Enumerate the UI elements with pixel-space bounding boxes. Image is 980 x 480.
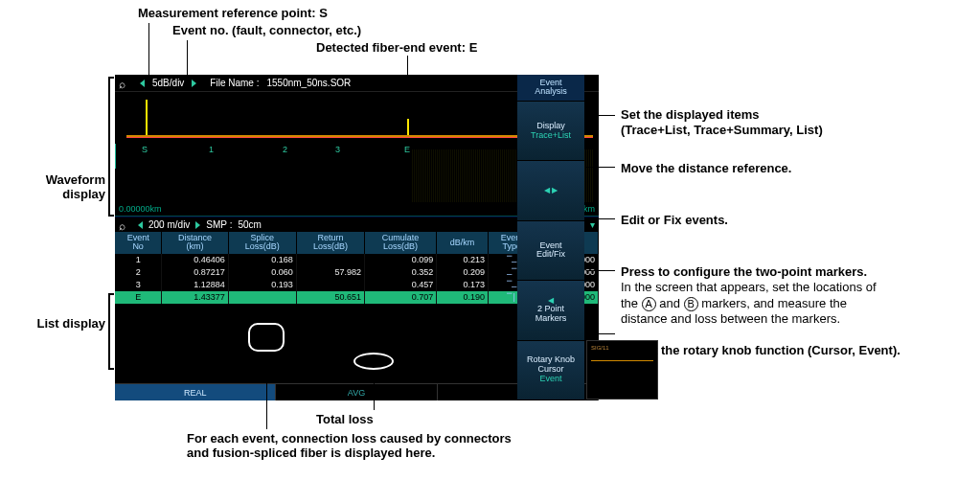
ann-2pt-3: distance and loss between the markers.: [621, 311, 877, 327]
ann-splice-col: For each event, connection loss caused b…: [187, 431, 512, 460]
tab-avg[interactable]: AVG: [276, 383, 437, 400]
ann-twopoint: Press to configure the two-point markers…: [621, 264, 877, 327]
table-cell: [296, 254, 364, 266]
bubble-total-loss: [353, 353, 394, 370]
table-cell: 1: [115, 254, 162, 266]
zoom-icon-2: [119, 219, 132, 231]
hscale-left-icon[interactable]: [138, 221, 143, 229]
softkey-display[interactable]: Display Trace+List: [517, 102, 584, 161]
mark-s: S: [142, 145, 148, 154]
th-cum: CumulateLoss(dB): [364, 232, 436, 254]
circled-a-icon: A: [642, 297, 656, 311]
table-cell: 0.457: [364, 279, 436, 291]
th-ret: ReturnLoss(dB): [296, 232, 364, 254]
table-cell: 50.651: [296, 291, 364, 304]
ann-display-1: Set the displayed items: [621, 107, 823, 123]
mark-1: 1: [209, 145, 214, 154]
filename-label: File Name :: [210, 78, 259, 88]
label-list-display: List display: [29, 316, 105, 331]
softkey-display-value: Trace+List: [531, 131, 571, 141]
table-cell: 0.352: [364, 266, 436, 279]
softkey-two-point[interactable]: ◀ 2 PointMarkers: [517, 281, 584, 340]
leader-rotary: [586, 333, 615, 334]
hscale-value: 200 m/div: [148, 219, 190, 230]
zoom-icon: [119, 78, 132, 89]
scale-right-icon[interactable]: [192, 80, 196, 87]
ann-splice-1: For each event, connection loss caused b…: [187, 431, 512, 446]
scale-left-icon[interactable]: [140, 80, 145, 87]
hscale-right-icon[interactable]: [195, 221, 200, 229]
softkey-move[interactable]: ◀ ▶: [517, 161, 584, 220]
table-cell: 0.209: [437, 266, 489, 279]
table-cell: 0.190: [437, 291, 489, 304]
table-cell: 0.099: [364, 254, 436, 266]
softkey-two-point-label: 2 PointMarkers: [536, 305, 567, 324]
th-splice: SpliceLoss(dB): [228, 232, 296, 254]
softkey-event-edit[interactable]: EventEdit/Fix: [517, 221, 584, 281]
bracket-list: [108, 293, 114, 370]
smp-label: SMP :: [206, 219, 232, 230]
softkey-rotary-value: Event: [539, 375, 561, 384]
leader-move: [586, 167, 615, 168]
event-mode-down-icon[interactable]: ▾: [590, 219, 595, 230]
side-tab-icon[interactable]: [115, 144, 116, 169]
table-cell: 0.173: [437, 279, 489, 291]
ann-edit: Edit or Fix events.: [621, 213, 728, 228]
ann-2pt-mid: and: [656, 296, 684, 310]
ann-display-2: (Trace+List, Trace+Summary, List): [621, 123, 823, 138]
ann-2pt-1: Press to configure the two-point markers…: [621, 264, 877, 280]
label-waveform-1: Waveform: [46, 172, 105, 187]
bubble-splice-column: [248, 323, 285, 352]
softkey-rotary[interactable]: Rotary Knob Cursor Event: [517, 341, 584, 400]
bracket-waveform: [108, 77, 114, 217]
leader-splice-col: [266, 353, 267, 429]
ann-move: Move the distance reference.: [621, 161, 791, 176]
label-fiber-end: Detected fiber-end event: E: [316, 40, 477, 55]
table-cell: 1.43377: [162, 291, 228, 304]
mark-e: E: [404, 145, 410, 154]
leader-total-loss: [374, 370, 375, 410]
ann-display: Set the displayed items (Trace+List, Tra…: [621, 107, 823, 139]
table-cell: 0.193: [228, 279, 296, 291]
ann-total-loss: Total loss: [316, 412, 374, 426]
table-cell: 0.213: [437, 254, 489, 266]
th-dbkm: dB/km: [437, 232, 489, 254]
table-cell: E: [115, 291, 162, 304]
leader-2pt: [586, 270, 615, 271]
label-waveform-2: display: [62, 187, 105, 201]
spike-e: [407, 119, 409, 135]
table-cell: 3: [115, 279, 162, 291]
ann-2pt-2b: the A and B markers, and measure the: [621, 296, 877, 311]
tab-real[interactable]: REAL: [115, 383, 276, 400]
softkey-column: EventAnalysis Display Trace+List ◀ ▶ Eve…: [517, 75, 584, 400]
th-no: EventNo: [115, 232, 162, 254]
ann-2pt-post: markers, and measure the: [698, 296, 847, 310]
ann-2pt-2a: In the screen that appears, set the loca…: [621, 280, 877, 295]
table-cell: 0.46406: [162, 254, 228, 266]
table-cell: 57.982: [296, 266, 364, 279]
table-cell: 0.87217: [162, 266, 228, 279]
table-cell: 0.168: [228, 254, 296, 266]
table-cell: [228, 291, 296, 304]
table-cell: 0.060: [228, 266, 296, 279]
softkey-header: EventAnalysis: [517, 75, 584, 102]
axis-start: 0.00000km: [119, 204, 162, 214]
smp-value: 50cm: [238, 219, 261, 230]
mark-3: 3: [335, 145, 340, 154]
softkey-move-arrows: ◀ ▶: [544, 187, 558, 195]
scale-value: 5dB/div: [152, 78, 184, 88]
ann-2pt-pre: the: [621, 296, 642, 310]
mark-2: 2: [283, 145, 287, 154]
table-cell: [296, 279, 364, 291]
ann-rotary: Select the rotary knob function (Cursor,…: [621, 343, 900, 358]
ann-splice-2: and fusion-spliced fiber is displayed he…: [187, 446, 512, 460]
table-cell: 0.707: [364, 291, 436, 304]
label-waveform-display: Waveform display: [29, 172, 105, 201]
leader-edit: [586, 218, 615, 219]
mini-trace: [591, 360, 653, 361]
leader-display: [586, 115, 615, 116]
spike-s: [146, 100, 148, 135]
table-cell: 2: [115, 266, 162, 279]
th-dist: Distance(km): [162, 232, 228, 254]
circled-b-icon: B: [684, 297, 698, 311]
